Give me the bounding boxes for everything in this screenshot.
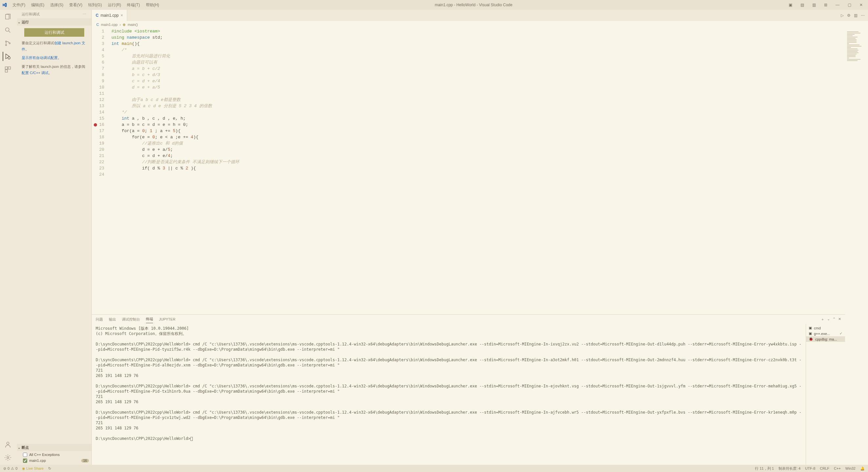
toggle-panel-icon[interactable]: ▤ [797, 0, 807, 10]
svg-rect-8 [5, 70, 7, 72]
bp-file-checkbox[interactable] [23, 459, 27, 463]
menu-file[interactable]: 文件(F) [10, 2, 28, 8]
account-icon[interactable] [3, 440, 12, 449]
editor-tabs: C main1.cpp × ▷ ⚙ ▥ ⋯ [92, 10, 868, 21]
svg-point-2 [6, 41, 7, 42]
svg-point-10 [7, 457, 9, 459]
section-breakpoints-header[interactable]: ⌄ 断点 [17, 444, 91, 451]
bottom-panel: 问题 输出 调试控制台 终端 JUPYTER ＋ ⌄ ⌃ ✕ [92, 314, 845, 465]
chevron-down-icon: ⌄ [18, 446, 20, 449]
window-close-icon[interactable]: ✕ [856, 0, 866, 10]
bp-all-checkbox[interactable] [23, 453, 27, 457]
settings-gear-icon[interactable] [3, 453, 12, 462]
svg-rect-6 [5, 67, 7, 69]
status-platform[interactable]: Win32 [845, 466, 856, 471]
menu-edit[interactable]: 编辑(E) [29, 2, 47, 8]
window-minimize-icon[interactable]: — [833, 0, 842, 10]
status-line-col[interactable]: 行 11，列 1 [755, 466, 774, 471]
sidebar-run-debug: 运行和调试 ⋯ ⌄ 运行 运行和调试 要自定义运行和调试创建 launch.js… [16, 10, 92, 465]
configure-cpp-debug-link[interactable]: 配置 C/C++ 调试 [22, 71, 49, 75]
svg-rect-0 [6, 14, 9, 19]
panel-tab-output[interactable]: 输出 [109, 316, 116, 323]
status-notifications-icon[interactable]: 🔔 [860, 466, 865, 471]
minimap[interactable] [845, 28, 868, 465]
editor-body[interactable]: 123456789101112131415161718192021222324 … [92, 28, 845, 314]
chevron-down-icon: ⌄ [18, 20, 20, 24]
new-terminal-icon[interactable]: ＋ [821, 317, 825, 322]
activity-bar [0, 10, 16, 465]
vscode-logo-icon [2, 2, 7, 7]
status-live-share[interactable]: ◉ Live Share [22, 466, 43, 471]
symbol-function-icon: ⊕ [123, 23, 126, 27]
status-eol[interactable]: CRLF [820, 466, 829, 471]
editor-more-icon[interactable]: ⋯ [861, 13, 865, 18]
svg-point-3 [6, 44, 7, 46]
sidebar-title-label: 运行和调试 [22, 12, 40, 17]
panel-close-icon[interactable]: ✕ [838, 317, 841, 322]
terminal-icon: ▣ [809, 332, 812, 336]
menu-select[interactable]: 选择(S) [48, 2, 66, 8]
terminal-dropdown-icon[interactable]: ⌄ [827, 317, 830, 322]
status-errors[interactable]: ⊘ 0 ⚠ 0 [3, 466, 18, 471]
window-maximize-icon[interactable]: ▢ [844, 0, 854, 10]
terminal-item-cmd[interactable]: ▣cmd [806, 325, 845, 331]
cpp-file-icon: C [96, 13, 99, 18]
statusbar: ⊘ 0 ⚠ 0 ◉ Live Share ↻ 行 11，列 1 制表符长度: 4… [0, 465, 868, 472]
show-all-auto-debug-link[interactable]: 显示所有自动调试配置。 [22, 56, 61, 60]
menu-terminal[interactable]: 终端(T) [124, 2, 142, 8]
run-code-icon[interactable]: ▷ [841, 13, 844, 18]
menubar: 文件(F) 编辑(E) 选择(S) 查看(V) 转到(G) 运行(R) 终端(T… [10, 2, 162, 8]
extensions-icon[interactable] [3, 65, 12, 74]
sidebar-more-icon[interactable]: ⋯ [83, 12, 86, 17]
sidebar-help-text-1: 要自定义运行和调试创建 launch.json 文件。 [17, 40, 91, 55]
sidebar-help-text-2: 要了解有关 launch.json 的信息，请参阅 配置 C/C++ 调试。 [17, 64, 91, 78]
terminal-view[interactable]: Microsoft Windows [版本 10.0.19044.2006] (… [92, 324, 806, 465]
panel-tab-jupyter[interactable]: JUPYTER [159, 316, 175, 322]
svg-point-1 [6, 28, 9, 31]
svg-rect-7 [8, 67, 10, 69]
toggle-primary-sidebar-icon[interactable]: ▣ [785, 0, 795, 10]
run-and-debug-button[interactable]: 运行和调试 [24, 28, 84, 37]
terminal-item-cppdbg[interactable]: 🐞cppdbg: ma... [806, 336, 845, 342]
terminal-item-gpp[interactable]: ▣g++.exe...✓ [806, 331, 845, 336]
toggle-secondary-sidebar-icon[interactable]: ▥ [809, 0, 819, 10]
run-debug-icon[interactable] [3, 52, 12, 61]
panel-tab-problems[interactable]: 问题 [96, 316, 103, 323]
source-control-icon[interactable] [3, 39, 12, 48]
menu-help[interactable]: 帮助(H) [143, 2, 162, 8]
status-language[interactable]: C++ [834, 466, 841, 471]
terminal-list: ▣cmd ▣g++.exe...✓ 🐞cppdbg: ma... [806, 324, 845, 465]
status-indentation[interactable]: 制表符长度: 4 [778, 466, 801, 471]
panel-maximize-icon[interactable]: ⌃ [833, 317, 836, 322]
split-editor-icon[interactable]: ▥ [854, 13, 858, 18]
menu-run[interactable]: 运行(R) [105, 2, 124, 8]
tab-label: main1.cpp [101, 13, 119, 18]
cpp-file-icon: C [96, 23, 99, 27]
menu-goto[interactable]: 转到(G) [86, 2, 104, 8]
status-encoding[interactable]: UTF-8 [805, 466, 815, 471]
run-settings-icon[interactable]: ⚙ [847, 13, 850, 18]
debug-icon: 🐞 [809, 337, 813, 341]
breadcrumb[interactable]: C main1.cpp › ⊕ main() [92, 21, 868, 28]
status-port-forward[interactable]: ↻ [48, 466, 51, 471]
panel-tab-terminal[interactable]: 终端 [146, 315, 153, 323]
breakpoint-file-main1[interactable]: main1.cpp 16 [23, 458, 89, 464]
section-run-header[interactable]: ⌄ 运行 [17, 18, 91, 26]
search-icon[interactable] [3, 26, 12, 35]
terminal-icon: ▣ [809, 326, 812, 330]
layout-customize-icon[interactable]: ⊞ [821, 0, 831, 10]
titlebar: 文件(F) 编辑(E) 选择(S) 查看(V) 转到(G) 运行(R) 终端(T… [0, 0, 868, 10]
tab-main1[interactable]: C main1.cpp × [92, 10, 127, 21]
check-icon: ✓ [839, 332, 842, 336]
panel-tab-debug-console[interactable]: 调试控制台 [122, 316, 140, 323]
svg-point-5 [8, 57, 10, 59]
svg-point-9 [6, 442, 9, 444]
menu-view[interactable]: 查看(V) [66, 2, 85, 8]
window-title: main1.cpp - HelloWorld - Visual Studio C… [162, 3, 785, 7]
explorer-icon[interactable] [3, 12, 12, 22]
tab-close-icon[interactable]: × [121, 13, 123, 18]
breakpoint-all-exceptions[interactable]: All C++ Exceptions [23, 452, 89, 458]
bp-line-badge: 16 [81, 459, 89, 463]
